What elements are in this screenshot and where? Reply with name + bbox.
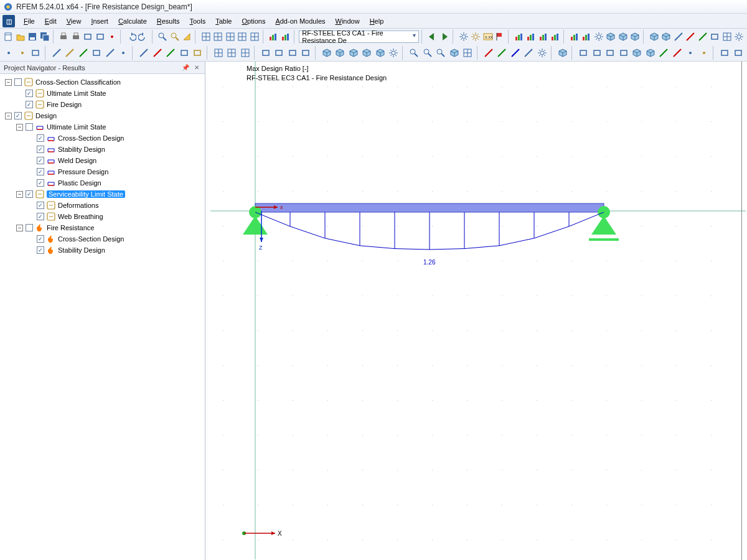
tree-item-fire-resistance[interactable]: −Fire Resistance	[0, 222, 205, 233]
tb-n1[interactable]	[212, 46, 225, 60]
tb-p8[interactable]	[671, 46, 684, 60]
tree-item-stability-design[interactable]: Stability Design	[0, 245, 205, 256]
tb-p7[interactable]	[657, 46, 670, 60]
expand-icon[interactable]: −	[5, 79, 12, 86]
tree-item-cross-section-design[interactable]: Cross-Section Design	[0, 233, 205, 245]
tb-open[interactable]	[14, 30, 26, 44]
tb-s1[interactable]	[320, 46, 333, 60]
menu-calculate[interactable]: Calculate	[113, 14, 152, 28]
tb-z8[interactable]	[733, 30, 745, 44]
tb-n2[interactable]	[225, 46, 238, 60]
tb-s5[interactable]	[374, 46, 387, 60]
tb-z6[interactable]	[709, 30, 720, 44]
tb-z7[interactable]	[721, 30, 732, 44]
tb-ax1[interactable]	[482, 46, 495, 60]
tb-g1[interactable]	[569, 30, 580, 44]
tb-zz1[interactable]	[408, 46, 421, 60]
menu-options[interactable]: Options	[237, 14, 270, 28]
checkbox[interactable]	[14, 78, 22, 86]
tb-ax4[interactable]	[522, 46, 535, 60]
tb-z1[interactable]	[649, 30, 660, 44]
tb-l3[interactable]	[77, 46, 90, 60]
tb-save[interactable]	[27, 30, 38, 44]
menu-file[interactable]: File	[19, 14, 40, 28]
tb-table3[interactable]	[224, 30, 235, 44]
expand-icon[interactable]: −	[16, 191, 23, 198]
checkbox[interactable]	[26, 123, 33, 131]
expand-icon[interactable]: −	[16, 225, 23, 231]
pin-icon[interactable]: 📌	[181, 63, 190, 72]
tb-next[interactable]	[439, 30, 450, 44]
checkbox[interactable]	[26, 101, 33, 108]
tb-l2[interactable]	[63, 46, 77, 60]
tree-item-cross-section-classification[interactable]: −Cross-Section Classification	[0, 77, 205, 88]
tb-s6[interactable]	[387, 46, 400, 60]
tb-e1[interactable]	[260, 46, 273, 60]
tree-item-serviceability-limit-state[interactable]: −Serviceability Limit State	[0, 189, 205, 200]
tb-xxx[interactable]: x.xx	[482, 30, 493, 44]
tb-flag[interactable]	[494, 30, 505, 44]
tb-z5[interactable]	[697, 30, 708, 44]
tb-e3[interactable]	[286, 46, 299, 60]
tb-d4[interactable]	[178, 46, 191, 60]
tb-r1[interactable]	[557, 46, 570, 60]
expand-icon[interactable]	[27, 236, 34, 243]
tb-d2[interactable]	[151, 46, 164, 60]
tb-copy[interactable]	[82, 30, 93, 44]
menu-tools[interactable]: Tools	[184, 14, 210, 28]
tree-item-weld-design[interactable]: Weld Design	[0, 155, 205, 166]
tb-z3[interactable]	[673, 30, 684, 44]
tree-item-design[interactable]: −Design	[0, 110, 205, 121]
expand-icon[interactable]	[27, 202, 34, 209]
tree-item-ultimate-limit-state[interactable]: Ultimate Limit State	[0, 88, 205, 99]
tb-zz5[interactable]	[461, 46, 474, 60]
tree-item-stability-design[interactable]: Stability Design	[0, 144, 205, 155]
tb-v2[interactable]	[525, 30, 537, 44]
checkbox[interactable]	[26, 224, 33, 231]
tb-save-all[interactable]	[39, 30, 50, 44]
tb-s3[interactable]	[347, 46, 360, 60]
expand-icon[interactable]	[27, 213, 34, 220]
tb-undo[interactable]	[126, 30, 137, 44]
menu-view[interactable]: View	[62, 14, 87, 28]
navigator-tree[interactable]: −Cross-Section ClassificationUltimate Li…	[0, 74, 205, 560]
checkbox[interactable]	[14, 112, 22, 119]
menu-insert[interactable]: Insert	[86, 14, 113, 28]
close-panel-icon[interactable]: ✕	[192, 63, 201, 72]
tb-redo[interactable]	[138, 30, 149, 44]
tb-sel[interactable]	[2, 46, 16, 60]
menu-help[interactable]: Help	[365, 14, 389, 28]
expand-icon[interactable]	[27, 169, 34, 175]
tb-e4[interactable]	[299, 46, 312, 60]
tb-table5[interactable]	[248, 30, 260, 44]
tb-print2[interactable]	[70, 30, 82, 44]
tb-find2[interactable]	[169, 30, 180, 44]
tb-calc[interactable]	[181, 30, 192, 44]
checkbox[interactable]	[37, 168, 44, 175]
checkbox[interactable]	[37, 235, 44, 243]
tb-n3[interactable]	[238, 46, 251, 60]
tb-d5[interactable]	[191, 46, 204, 60]
tb-g3[interactable]	[593, 30, 604, 44]
tb-p5[interactable]	[631, 46, 644, 60]
expand-icon[interactable]	[27, 146, 34, 153]
tb-v3[interactable]	[537, 30, 548, 44]
tb-prev[interactable]	[426, 30, 438, 44]
tb-l1[interactable]	[50, 46, 63, 60]
tb-p6[interactable]	[644, 46, 657, 60]
tb-del[interactable]	[106, 30, 118, 44]
tb-g4[interactable]	[605, 30, 616, 44]
beam-member[interactable]	[255, 203, 604, 212]
tb-s4[interactable]	[360, 46, 374, 60]
tree-item-ultimate-limit-state[interactable]: −Ultimate Limit State	[0, 121, 205, 133]
checkbox[interactable]	[37, 179, 44, 187]
tb-p3[interactable]	[604, 46, 617, 60]
tb-v1[interactable]	[514, 30, 525, 44]
tree-item-cross-section-design[interactable]: Cross-Section Design	[0, 133, 205, 144]
tb-new[interactable]	[2, 30, 14, 44]
model-viewport[interactable]: Max Design Ratio [-] RF-STEEL EC3 CA1 - …	[205, 62, 747, 560]
menu-table[interactable]: Table	[210, 14, 237, 28]
expand-icon[interactable]	[16, 101, 23, 108]
tb-e2[interactable]	[273, 46, 286, 60]
expand-icon[interactable]	[16, 90, 23, 97]
